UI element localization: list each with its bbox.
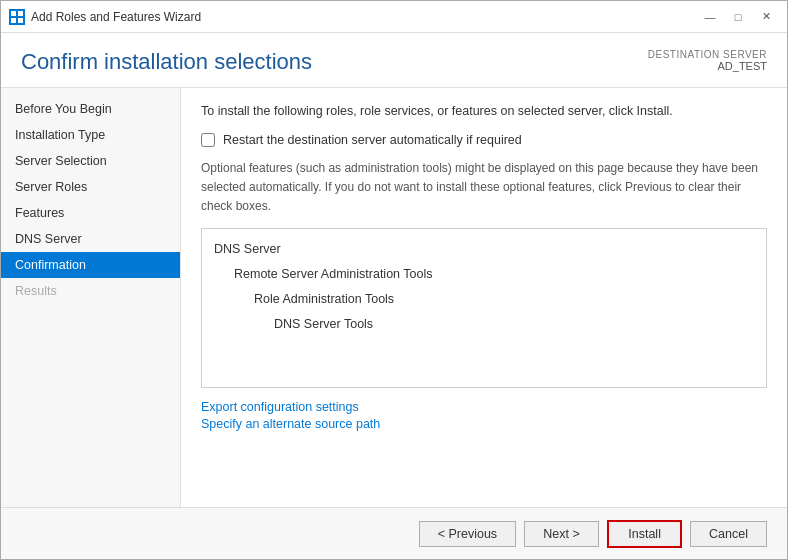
sidebar-item-dns-server[interactable]: DNS Server [1,226,180,252]
feature-remote-admin-tools: Remote Server Administration Tools [214,262,754,287]
page-title: Confirm installation selections [21,49,312,75]
window-controls: — □ ✕ [697,7,779,27]
sidebar-item-server-selection[interactable]: Server Selection [1,148,180,174]
svg-rect-1 [18,11,23,16]
feature-role-admin-tools: Role Administration Tools [214,287,754,312]
previous-button[interactable]: < Previous [419,521,516,547]
destination-server-info: DESTINATION SERVER AD_TEST [648,49,767,72]
links-section: Export configuration settings Specify an… [201,400,767,431]
sidebar-item-installation-type[interactable]: Installation Type [1,122,180,148]
sidebar-item-results: Results [1,278,180,304]
close-button[interactable]: ✕ [753,7,779,27]
footer: < Previous Next > Install Cancel [1,507,787,559]
feature-list-box: DNS Server Remote Server Administration … [201,228,767,388]
feature-dns-server-tools: DNS Server Tools [214,312,754,337]
restart-checkbox-row: Restart the destination server automatic… [201,133,767,147]
export-config-link[interactable]: Export configuration settings [201,400,767,414]
sidebar-item-server-roles[interactable]: Server Roles [1,174,180,200]
cancel-button[interactable]: Cancel [690,521,767,547]
sidebar-item-confirmation[interactable]: Confirmation [1,252,180,278]
main-content: Before You Begin Installation Type Serve… [1,88,787,507]
maximize-button[interactable]: □ [725,7,751,27]
next-button[interactable]: Next > [524,521,599,547]
alternate-source-link[interactable]: Specify an alternate source path [201,417,767,431]
intro-text: To install the following roles, role ser… [201,102,767,121]
svg-rect-3 [18,18,23,23]
content-area: To install the following roles, role ser… [181,88,787,507]
restart-label[interactable]: Restart the destination server automatic… [223,133,522,147]
minimize-button[interactable]: — [697,7,723,27]
install-button[interactable]: Install [607,520,682,548]
sidebar-item-features[interactable]: Features [1,200,180,226]
title-bar: Add Roles and Features Wizard — □ ✕ [1,1,787,33]
sidebar: Before You Begin Installation Type Serve… [1,88,181,507]
app-icon [9,9,25,25]
optional-text: Optional features (such as administratio… [201,159,767,217]
window-title: Add Roles and Features Wizard [31,10,697,24]
svg-rect-2 [11,18,16,23]
svg-rect-0 [11,11,16,16]
wizard-window: Add Roles and Features Wizard — □ ✕ Conf… [0,0,788,560]
feature-dns-server: DNS Server [214,237,754,262]
restart-checkbox[interactable] [201,133,215,147]
destination-server-name: AD_TEST [648,60,767,72]
header-section: Confirm installation selections DESTINAT… [1,33,787,88]
sidebar-item-before-you-begin[interactable]: Before You Begin [1,96,180,122]
destination-label: DESTINATION SERVER [648,49,767,60]
